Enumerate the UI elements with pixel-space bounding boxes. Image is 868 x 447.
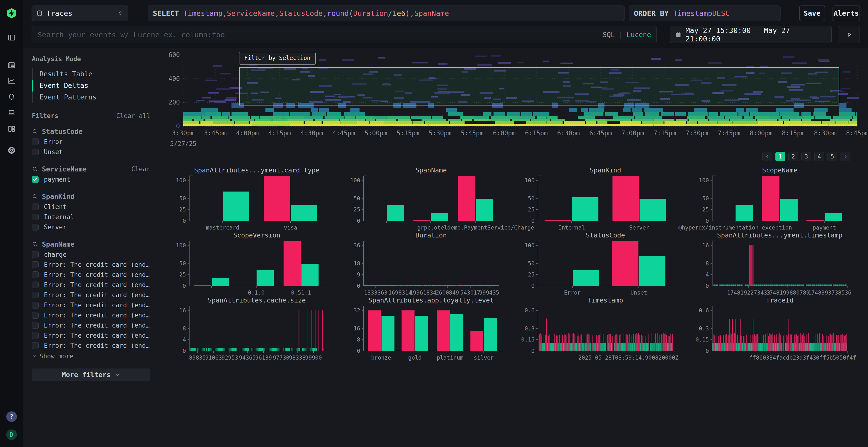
show-more-toggle[interactable]: Show more xyxy=(32,353,150,360)
filter-option[interactable]: Error: The credit card (end… xyxy=(32,331,150,341)
checkbox[interactable] xyxy=(32,291,38,299)
source-selector[interactable]: Traces xyxy=(32,5,128,21)
alerts-button[interactable]: Alerts xyxy=(833,5,860,21)
analysis-mode-event-patterns[interactable]: Event Patterns xyxy=(32,92,150,103)
date-range-picker[interactable]: May 27 15:30:00 - May 27 21:00:00 xyxy=(670,26,832,43)
checkbox[interactable] xyxy=(32,224,38,231)
filter-option[interactable]: Error: The credit card (end… xyxy=(32,300,150,310)
svg-text:StatusCode: StatusCode xyxy=(586,232,625,239)
lucene-toggle[interactable]: Lucene xyxy=(627,31,651,39)
filter-option[interactable]: payment xyxy=(32,174,150,184)
save-button[interactable]: Save xyxy=(799,5,825,21)
search-input[interactable]: Search your events w/ Lucene ex. column:… xyxy=(32,26,656,43)
filter-group-header: StatusCode xyxy=(32,126,150,137)
clear-all-filters-link[interactable]: Clear all xyxy=(116,112,150,119)
checkbox[interactable] xyxy=(32,342,38,349)
filter-by-selection-tooltip[interactable]: Filter by Selection xyxy=(239,52,316,65)
user-avatar[interactable]: D xyxy=(6,429,17,440)
mini-chart-status_code: StatusCode10050250ErrorUnset xyxy=(513,232,679,297)
chart-explorer-icon[interactable] xyxy=(6,75,18,87)
checkbox[interactable] xyxy=(32,332,38,339)
checkbox[interactable] xyxy=(32,148,38,156)
filter-group-name: StatusCode xyxy=(42,128,83,136)
analysis-mode-event-deltas[interactable]: Event Deltas xyxy=(32,80,150,92)
svg-text:2600849: 2600849 xyxy=(436,289,459,296)
checkbox[interactable] xyxy=(32,302,38,309)
clear-filter-link[interactable]: Clear xyxy=(131,166,150,173)
filter-group-spanname: SpanNamechargeError: The credit card (en… xyxy=(32,239,150,351)
svg-text:ScopeName: ScopeName xyxy=(762,166,797,174)
order-by-input[interactable]: ORDER BYTimestamp DESC xyxy=(629,5,780,21)
language-toggle: SQL | Lucene xyxy=(602,26,651,43)
app-logo[interactable] xyxy=(6,7,18,19)
logo-icon xyxy=(6,7,18,19)
pagination-page-2[interactable]: 2 xyxy=(788,152,798,161)
sql-select-input[interactable]: SELECTTimestamp,ServiceName,StatusCode,r… xyxy=(148,5,624,21)
dashboards-icon[interactable] xyxy=(6,123,18,135)
sessions-laptop-icon[interactable] xyxy=(6,107,18,118)
filter-option[interactable]: Client xyxy=(32,202,150,212)
heatmap-selection-region[interactable] xyxy=(239,67,839,105)
checkbox[interactable] xyxy=(32,281,38,288)
svg-text:50: 50 xyxy=(702,195,709,202)
checkbox[interactable] xyxy=(32,271,38,278)
search-icon xyxy=(32,128,38,135)
filter-option[interactable]: Error: The credit card (end… xyxy=(32,320,150,331)
checkbox[interactable] xyxy=(32,322,38,329)
settings-gear-icon[interactable] xyxy=(6,144,18,156)
svg-text:200: 200 xyxy=(168,99,180,106)
filter-option[interactable]: charge xyxy=(32,249,150,260)
svg-text:100: 100 xyxy=(350,177,360,183)
filter-group-name: SpanName xyxy=(42,240,74,248)
event-deltas-charts-grid: SpanAttributes...yment.card_type10050250… xyxy=(164,167,853,362)
filter-option[interactable]: Error: The credit card (end… xyxy=(32,290,150,300)
filter-option[interactable]: Error: The credit card (end… xyxy=(32,280,150,290)
pagination-page-1[interactable]: 1 xyxy=(775,152,785,161)
checkbox[interactable] xyxy=(32,312,38,319)
checkbox[interactable] xyxy=(32,176,38,183)
filter-option-label: Error: The credit card (end… xyxy=(44,302,150,309)
more-filters-button[interactable]: More filters xyxy=(32,369,150,381)
filter-option[interactable]: Unset xyxy=(32,147,150,157)
help-button[interactable]: ? xyxy=(6,411,17,422)
run-query-button[interactable] xyxy=(839,26,860,43)
pagination-page-3[interactable]: 3 xyxy=(802,152,811,161)
filter-option[interactable]: Error: The credit card (end… xyxy=(32,341,150,351)
mini-chart-duration: Duration36189013333631698314199618342600… xyxy=(338,232,505,297)
filter-group-spankind: SpanKindClientInternalServer xyxy=(32,191,150,232)
filter-groups: StatusCodeErrorUnsetServiceNameClearpaym… xyxy=(32,126,150,351)
checkbox[interactable] xyxy=(32,138,38,145)
svg-text:8: 8 xyxy=(183,325,186,332)
pagination-next[interactable] xyxy=(840,152,850,161)
filter-option[interactable]: Error xyxy=(32,137,150,147)
analysis-mode-results-table[interactable]: Results Table xyxy=(32,68,150,80)
query-token: StatusCode xyxy=(279,9,323,18)
pagination-page-4[interactable]: 4 xyxy=(814,152,824,161)
pagination-page-5[interactable]: 5 xyxy=(828,152,837,161)
svg-text:100: 100 xyxy=(699,177,709,183)
alerts-bell-icon[interactable] xyxy=(6,91,18,103)
filter-option[interactable]: Error: The credit card (end… xyxy=(32,310,150,320)
svg-text:6:15pm: 6:15pm xyxy=(525,130,548,137)
svg-text:5:15pm: 5:15pm xyxy=(397,130,419,137)
checkbox[interactable] xyxy=(32,251,38,258)
checkbox[interactable] xyxy=(32,261,38,268)
svg-text:5:30pm: 5:30pm xyxy=(429,130,452,137)
filter-option[interactable]: Server xyxy=(32,222,150,232)
pagination-prev[interactable] xyxy=(763,152,772,161)
svg-text:9: 9 xyxy=(357,271,360,278)
svg-text:50: 50 xyxy=(353,195,360,202)
event-log-icon[interactable] xyxy=(6,60,18,71)
filter-option-label: Unset xyxy=(44,148,63,156)
collapse-panel-icon[interactable] xyxy=(6,32,18,43)
sql-toggle[interactable]: SQL xyxy=(602,31,615,39)
checkbox[interactable] xyxy=(32,204,38,210)
query-token: SELECT xyxy=(153,9,179,18)
filter-option[interactable]: Error: The credit card (end… xyxy=(32,260,150,270)
filter-group-servicename: ServiceNameClearpayment xyxy=(32,164,150,184)
mini-chart-span_kind: SpanKind10050250InternalServer xyxy=(513,167,679,232)
checkbox[interactable] xyxy=(32,214,38,220)
svg-text:0.6: 0.6 xyxy=(524,307,534,314)
filter-option[interactable]: Internal xyxy=(32,212,150,222)
filter-option[interactable]: Error: The credit card (end… xyxy=(32,270,150,280)
